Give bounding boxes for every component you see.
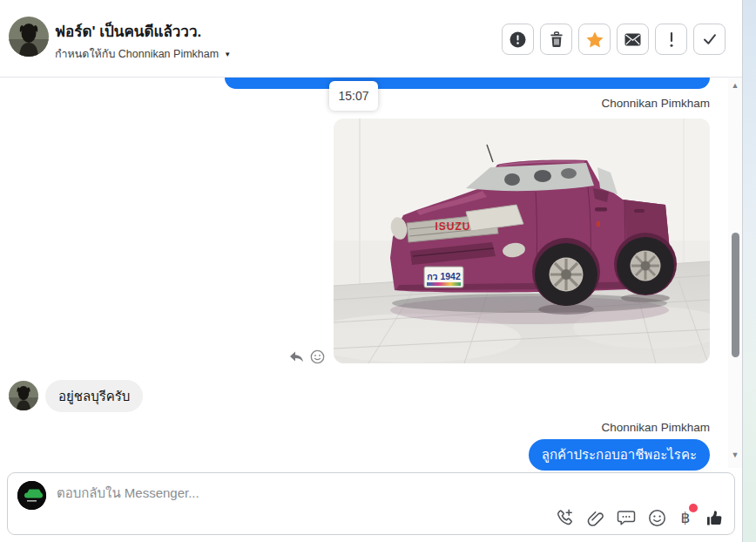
chevron-down-icon: ▼ xyxy=(224,51,231,58)
check-icon xyxy=(702,31,718,47)
sender-name-label: Chonnikan Pimkham xyxy=(601,421,710,434)
report-button[interactable] xyxy=(502,24,534,55)
conversation-title: ฟอร์ด' เป็นคนดีแล้ววว. xyxy=(55,19,201,43)
add-call-icon[interactable] xyxy=(555,508,574,527)
window-edge-gradient xyxy=(742,0,756,542)
time-tooltip: 15:07 xyxy=(329,81,378,111)
scroll-down-arrow[interactable]: ▼ xyxy=(728,450,742,460)
assigned-to-dropdown[interactable]: กำหนดให้กับ Chonnikan Pimkham ▼ xyxy=(55,45,231,63)
star-button[interactable] xyxy=(578,24,611,55)
incoming-message-bubble[interactable]: อยู่ชลบุรีครับ xyxy=(45,380,143,412)
emoji-react-icon[interactable] xyxy=(310,349,325,364)
attachment-icon[interactable] xyxy=(586,509,604,527)
star-icon xyxy=(586,31,604,48)
delete-button[interactable] xyxy=(540,24,572,55)
mark-done-button[interactable] xyxy=(693,24,726,55)
conversation-header: ฟอร์ด' เป็นคนดีแล้ววว. กำหนดให้กับ Chonn… xyxy=(0,0,742,78)
sender-avatar xyxy=(9,381,38,410)
assigned-to-label: กำหนดให้กับ Chonnikan Pimkham xyxy=(55,45,219,63)
emoji-icon[interactable] xyxy=(648,509,666,527)
contact-avatar xyxy=(9,17,49,57)
incoming-message-text: อยู่ชลบุรีครับ xyxy=(58,386,130,407)
saved-replies-icon[interactable] xyxy=(617,509,636,527)
license-plate-text: กว 1942 xyxy=(427,271,461,281)
image-attachment-car-photo[interactable]: ISUZU กว 1942 xyxy=(334,119,710,363)
baht-payment-icon[interactable]: ฿ xyxy=(678,507,692,528)
mark-unread-button[interactable] xyxy=(617,24,649,55)
messenger-inbox-window: ฟอร์ด' เป็นคนดีแล้ววว. กำหนดให้กับ Chonn… xyxy=(0,0,756,542)
composer-actions: ฿ xyxy=(555,507,725,528)
chat-scrollbar-thumb[interactable] xyxy=(732,233,739,357)
like-icon[interactable] xyxy=(705,509,725,527)
mark-important-button[interactable] xyxy=(655,24,687,55)
car-photo: ISUZU กว 1942 xyxy=(334,119,710,363)
trash-icon xyxy=(549,31,564,48)
reply-composer: ฿ xyxy=(7,472,735,535)
avatar-image xyxy=(9,381,38,410)
time-tooltip-text: 15:07 xyxy=(338,89,368,103)
envelope-icon xyxy=(624,33,641,46)
reply-input[interactable] xyxy=(55,481,546,504)
exclamation-icon xyxy=(668,31,675,48)
reply-icon[interactable] xyxy=(288,349,304,364)
avatar-image xyxy=(9,17,49,57)
page-logo xyxy=(17,481,46,510)
outgoing-message-bubble[interactable]: ลูกค้าประกอบอาชีพอะไรคะ xyxy=(529,439,710,471)
conversation-toolbar xyxy=(502,24,726,55)
baht-symbol: ฿ xyxy=(681,509,691,527)
outgoing-message-clipped[interactable] xyxy=(225,78,710,89)
message-hover-actions xyxy=(288,349,325,364)
sender-name-label: Chonnikan Pimkham xyxy=(601,97,710,110)
outgoing-message-text: ลูกค้าประกอบอาชีพอะไรคะ xyxy=(542,444,697,465)
grille-badge-text: ISUZU xyxy=(435,220,471,233)
notification-dot xyxy=(689,504,698,512)
scroll-up-arrow[interactable]: ▲ xyxy=(728,80,742,91)
alert-circle-icon xyxy=(510,31,526,48)
page-avatar xyxy=(17,481,46,510)
